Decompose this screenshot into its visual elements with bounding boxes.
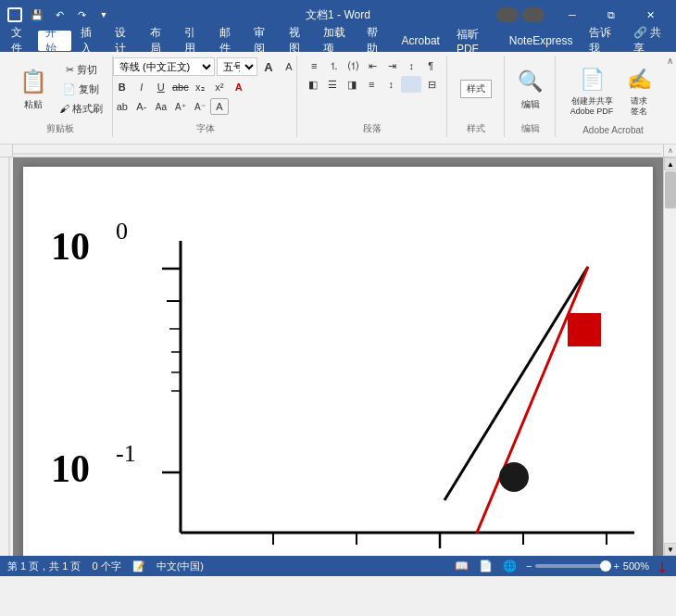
ribbon: 📋 粘贴 ✂ 剪切 📄 复制 🖌 格式刷 剪贴板 等线 (中文正文) — [0, 52, 676, 145]
strikethrough-button[interactable]: abc — [171, 79, 190, 95]
menu-tellme[interactable]: 告诉我 — [582, 31, 623, 51]
font-name-select[interactable]: 等线 (中文正文) — [113, 57, 215, 76]
chart-svg: 10 0 10 -1 0 2 — [23, 167, 653, 556]
sort-button[interactable]: ↕ — [402, 57, 420, 74]
font-clear-button[interactable]: A⁺ — [171, 98, 190, 115]
horizontal-ruler-area: ∧ — [0, 145, 676, 157]
status-bar: 第 1 页，共 1 页 0 个字 📝 中文(中国) 📖 📄 🌐 − + 500%… — [0, 556, 676, 576]
menu-mailings[interactable]: 邮件 — [212, 31, 244, 51]
zoom-in-button[interactable]: + — [613, 560, 619, 572]
ribbon-group-editing: 🔍 编辑 编辑 — [507, 56, 556, 137]
border-button[interactable]: ⊟ — [422, 76, 441, 93]
copy-button[interactable]: 📄 复制 — [56, 80, 106, 98]
increase-indent-button[interactable]: ⇥ — [382, 57, 401, 74]
minimize-button[interactable]: ─ — [554, 2, 591, 28]
close-button[interactable]: ✕ — [632, 2, 669, 28]
shading-button[interactable] — [401, 76, 421, 93]
web-view-button[interactable]: 🌐 — [502, 558, 519, 574]
svg-rect-27 — [568, 313, 601, 346]
arrow-indicator: ↘ — [652, 556, 673, 577]
redo-button[interactable]: ↷ — [72, 6, 91, 24]
create-pdf-icon: 📄 — [577, 65, 607, 94]
line-spacing-button[interactable]: ↕ — [382, 76, 400, 93]
vertical-scrollbar[interactable]: ▲ ▼ — [663, 157, 676, 556]
format-painter-button[interactable]: 🖌 格式刷 — [56, 99, 106, 118]
justify-button[interactable]: ≡ — [362, 76, 381, 93]
request-signature-button[interactable]: ✍ 请求签名 — [620, 63, 658, 119]
create-pdf-button[interactable]: 📄 创建并共享Adobe PDF — [568, 63, 616, 119]
customize-button[interactable]: ▼ — [94, 6, 113, 24]
align-right-button[interactable]: ◨ — [343, 76, 361, 93]
svg-text:0: 0 — [116, 218, 128, 245]
read-view-button[interactable]: 📖 — [454, 558, 470, 574]
menu-review[interactable]: 审阅 — [246, 31, 279, 51]
bold-button[interactable]: B — [113, 79, 131, 95]
zoom-level[interactable]: 500% — [623, 560, 649, 572]
subscript-button[interactable]: x₂ — [191, 79, 209, 95]
menu-insert[interactable]: 插入 — [73, 31, 106, 51]
svg-rect-2 — [0, 157, 13, 556]
svg-text:2: 2 — [431, 549, 450, 556]
page-view-button[interactable]: 📄 — [478, 558, 494, 574]
status-right: 📖 📄 🌐 − + 500% ↘ — [454, 558, 669, 575]
menu-help[interactable]: 帮助 — [359, 31, 392, 51]
title-bar-left: 💾 ↶ ↷ ▼ — [7, 6, 113, 24]
menu-bar: 文件 开始 插入 设计 布局 引用 邮件 审阅 视图 加载项 帮助 Acroba… — [0, 30, 676, 52]
styles-button[interactable]: 样式 — [456, 61, 496, 117]
menu-home[interactable]: 开始 — [38, 31, 70, 51]
decrease-indent-button[interactable]: ⇤ — [363, 57, 382, 74]
editing-button[interactable]: 🔍 编辑 — [510, 61, 551, 117]
paste-button[interactable]: 📋 粘贴 — [13, 61, 54, 117]
font-color-button[interactable]: A — [230, 79, 248, 95]
word-count: 0 个字 — [92, 559, 120, 573]
menu-design[interactable]: 设计 — [107, 31, 140, 51]
font-size-select[interactable]: 五号 — [217, 57, 257, 76]
font-highlight-button[interactable]: ab — [113, 98, 131, 115]
scroll-up-button[interactable]: ▲ — [664, 157, 676, 170]
undo-button[interactable]: ↶ — [50, 6, 69, 24]
svg-line-25 — [477, 267, 588, 533]
save-button[interactable]: 💾 — [28, 6, 46, 24]
show-marks-button[interactable]: ¶ — [421, 57, 440, 74]
menu-acrobat[interactable]: Acrobat — [394, 31, 447, 51]
zoom-slider[interactable] — [535, 564, 609, 568]
font-aa-button[interactable]: Aa — [152, 98, 170, 115]
paste-icon: 📋 — [19, 67, 48, 96]
menu-file[interactable]: 文件 — [4, 31, 36, 51]
ribbon-collapse-button[interactable]: ∧ — [663, 52, 676, 144]
menu-foxitpdf[interactable]: 福昕PDF — [449, 31, 500, 51]
bullets-button[interactable]: ≡ — [305, 57, 323, 74]
document-scroll-area[interactable]: 10 0 10 -1 0 2 — [13, 157, 663, 556]
align-center-button[interactable]: ☰ — [323, 76, 342, 93]
window-title: 文档1 - Word — [306, 7, 370, 23]
acrobat-label: Adobe Acrobat — [582, 125, 644, 135]
menu-addins[interactable]: 加载项 — [316, 31, 357, 51]
cut-button[interactable]: ✂ 剪切 — [56, 60, 106, 79]
zoom-out-button[interactable]: − — [526, 560, 532, 572]
scroll-thumb[interactable] — [665, 171, 676, 208]
restore-button[interactable]: ⧉ — [593, 2, 630, 28]
font-color2-button[interactable]: A- — [132, 98, 151, 115]
numbered-button[interactable]: ⒈ — [324, 57, 343, 74]
menu-layout[interactable]: 布局 — [143, 31, 175, 51]
menu-view[interactable]: 视图 — [282, 31, 314, 51]
ruler-toggle-button[interactable]: ∧ — [663, 145, 676, 157]
font-box-button[interactable]: A — [210, 98, 229, 115]
paragraph-label: 段落 — [363, 122, 382, 135]
multilevel-button[interactable]: ⑴ — [344, 57, 362, 74]
scroll-track[interactable] — [664, 170, 676, 543]
italic-button[interactable]: I — [132, 79, 151, 95]
scroll-down-button[interactable]: ▼ — [664, 543, 676, 556]
underline-button[interactable]: U — [152, 79, 170, 95]
superscript-button[interactable]: x² — [210, 79, 229, 95]
font-grow-button[interactable]: A — [259, 58, 278, 75]
language: 中文(中国) — [156, 559, 204, 573]
ruler-corner[interactable] — [0, 145, 13, 157]
menu-share[interactable]: 🔗 共享 — [626, 31, 672, 51]
font-shrink-button[interactable]: A — [280, 58, 298, 75]
menu-references[interactable]: 引用 — [177, 31, 209, 51]
menu-noteexpress[interactable]: NoteExpress — [502, 31, 581, 51]
spell-check-icon: 📝 — [132, 560, 145, 572]
align-left-button[interactable]: ◧ — [304, 76, 322, 93]
font-extra-button[interactable]: A⁻ — [191, 98, 209, 115]
